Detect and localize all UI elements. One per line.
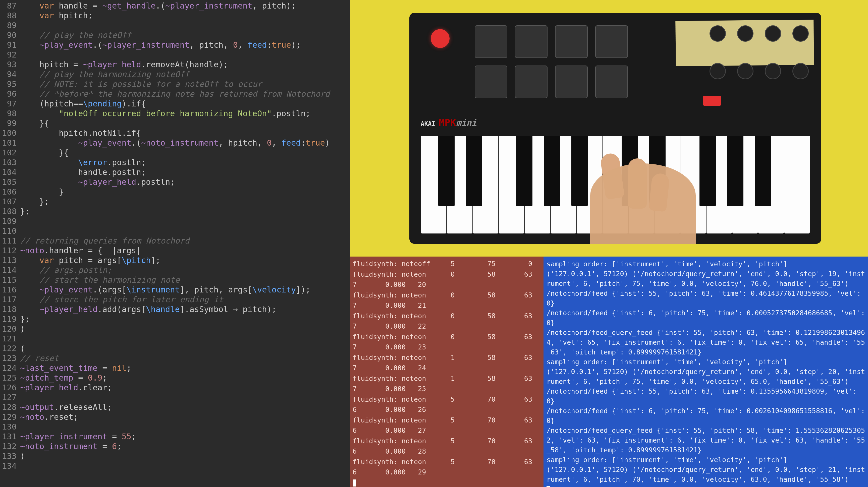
code-content[interactable]: // play the harmonizing noteOff	[20, 69, 189, 79]
code-line[interactable]: 99 }{	[0, 119, 350, 128]
terminal-line: ('127.0.0.1', 57120) ('/notochord/query_…	[547, 367, 865, 386]
code-content[interactable]: ~player_held.postln;	[20, 177, 175, 187]
code-content[interactable]: ~noto_instrument = 6;	[20, 442, 122, 451]
code-content[interactable]: ~player_held.clear;	[20, 383, 112, 393]
code-line[interactable]: 98 "noteOff occurred before harmonizing …	[0, 109, 350, 119]
code-line[interactable]: 117 // store the pitch for later ending …	[0, 295, 350, 304]
code-line[interactable]: 92	[0, 50, 350, 60]
code-content[interactable]: // start the harmonizing note	[20, 275, 180, 285]
code-content[interactable]: )	[20, 324, 25, 334]
code-content[interactable]: handle.postln;	[20, 167, 146, 177]
code-content[interactable]: ~output.releaseAll;	[20, 402, 112, 412]
code-content[interactable]: ~play_event.(~player_instrument, pitch, …	[20, 40, 301, 50]
line-number: 117	[0, 295, 20, 304]
code-line[interactable]: 121	[0, 334, 350, 344]
line-number: 128	[0, 402, 20, 412]
code-content[interactable]: // reset	[20, 353, 59, 363]
code-line[interactable]: 106 }	[0, 187, 350, 197]
code-line[interactable]: 109	[0, 217, 350, 226]
code-line[interactable]: 130	[0, 422, 350, 432]
code-line[interactable]: 90 // play the noteOff	[0, 30, 350, 40]
code-content[interactable]: // returning queries from Notochord	[20, 236, 189, 246]
code-line[interactable]: 123// reset	[0, 353, 350, 363]
code-content[interactable]: (	[20, 344, 25, 353]
code-content[interactable]: ~noto.handler = { |args|	[20, 246, 141, 256]
code-line[interactable]: 102 }{	[0, 148, 350, 158]
code-content[interactable]: // NOTE: it is possible for a noteOff to…	[20, 79, 262, 89]
code-line[interactable]: 132~noto_instrument = 6;	[0, 442, 350, 451]
code-line[interactable]: 88 var hpitch;	[0, 11, 350, 21]
code-line[interactable]: 122(	[0, 344, 350, 353]
code-line[interactable]: 134	[0, 461, 350, 471]
code-content[interactable]: ~player_instrument = 55;	[20, 432, 136, 442]
code-line[interactable]: 111// returning queries from Notochord	[0, 236, 350, 246]
code-content[interactable]: };	[20, 197, 49, 206]
code-line[interactable]: 96 // *before* the harmonizing note has …	[0, 89, 350, 99]
terminal-line: /notochord/feed_query_feed {'inst': 55, …	[547, 425, 865, 455]
code-content[interactable]: ~last_event_time = nil;	[20, 363, 131, 373]
knob	[793, 63, 809, 79]
code-line[interactable]: 118 ~player_held.add(args[\handle].asSym…	[0, 304, 350, 314]
code-line[interactable]: 105 ~player_held.postln;	[0, 177, 350, 187]
terminal-notochord[interactable]: sampling order: ['instrument', 'time', '…	[544, 257, 868, 487]
code-content[interactable]: }	[20, 187, 64, 197]
line-number: 96	[0, 89, 20, 99]
code-line[interactable]: 113 var pitch = args[\pitch];	[0, 256, 350, 265]
code-content[interactable]: \error.postln;	[20, 158, 146, 167]
code-line[interactable]: 126~player_held.clear;	[0, 383, 350, 393]
code-content[interactable]: ~pitch_temp = 0.9;	[20, 373, 107, 383]
code-line[interactable]: 104 handle.postln;	[0, 167, 350, 177]
code-line[interactable]: 119};	[0, 314, 350, 324]
code-line[interactable]: 129~noto.reset;	[0, 412, 350, 422]
code-line[interactable]: 108};	[0, 206, 350, 217]
code-content[interactable]: hpitch.notNil.if{	[20, 128, 141, 138]
code-content[interactable]: // play the noteOff	[20, 30, 131, 40]
code-line[interactable]: 101 ~play_event.(~noto_instrument, hpitc…	[0, 138, 350, 148]
code-content[interactable]: // args.postln;	[20, 265, 112, 275]
code-content[interactable]: // *before* the harmonizing note has ret…	[20, 89, 330, 99]
code-content[interactable]: )	[20, 451, 25, 461]
code-content[interactable]: ~player_held.add(args[\handle].asSymbol …	[20, 304, 277, 314]
code-line[interactable]: 115 // start the harmonizing note	[0, 275, 350, 285]
code-content[interactable]: var hpitch;	[20, 11, 93, 21]
code-content[interactable]: var pitch = args[\pitch];	[20, 256, 160, 265]
brand: AKAI	[421, 120, 435, 127]
code-line[interactable]: 87 var handle = ~get_handle.(~player_ins…	[0, 1, 350, 11]
code-content[interactable]: }{	[20, 119, 49, 128]
code-editor[interactable]: 87 var handle = ~get_handle.(~player_ins…	[0, 0, 350, 487]
code-line[interactable]: 107 };	[0, 197, 350, 206]
code-content[interactable]: var handle = ~get_handle.(~player_instru…	[20, 1, 296, 11]
terminal-fluidsynth[interactable]: fluidsynth: noteoff 5 75 0 fluidsynth: n…	[350, 257, 544, 487]
code-line[interactable]: 112~noto.handler = { |args|	[0, 246, 350, 256]
code-content[interactable]: };	[20, 206, 30, 217]
code-content[interactable]: (hpitch==\pending).if{	[20, 99, 146, 109]
pad	[515, 25, 548, 58]
code-line[interactable]: 133)	[0, 451, 350, 461]
code-line[interactable]: 94 // play the harmonizing noteOff	[0, 69, 350, 79]
code-line[interactable]: 100 hpitch.notNil.if{	[0, 128, 350, 138]
code-content[interactable]: hpitch = ~player_held.removeAt(handle);	[20, 60, 228, 69]
code-line[interactable]: 91 ~play_event.(~player_instrument, pitc…	[0, 40, 350, 50]
code-content[interactable]: };	[20, 314, 30, 324]
code-line[interactable]: 128~output.releaseAll;	[0, 402, 350, 412]
code-line[interactable]: 120)	[0, 324, 350, 334]
code-line[interactable]: 127	[0, 393, 350, 402]
code-line[interactable]: 116 ~play_event.(args[\instrument], pitc…	[0, 285, 350, 295]
code-line[interactable]: 103 \error.postln;	[0, 158, 350, 167]
code-line[interactable]: 95 // NOTE: it is possible for a noteOff…	[0, 79, 350, 89]
code-content[interactable]: }{	[20, 148, 68, 158]
code-line[interactable]: 125~pitch_temp = 0.9;	[0, 373, 350, 383]
code-content[interactable]: "noteOff occurred before harmonizing Not…	[20, 109, 310, 119]
code-content[interactable]: // store the pitch for later ending it	[20, 295, 223, 304]
line-number: 105	[0, 177, 20, 187]
code-line[interactable]: 131~player_instrument = 55;	[0, 432, 350, 442]
code-content[interactable]: ~noto.reset;	[20, 412, 78, 422]
code-line[interactable]: 114 // args.postln;	[0, 265, 350, 275]
code-line[interactable]: 110	[0, 226, 350, 236]
code-content[interactable]: ~play_event.(~noto_instrument, hpitch, 0…	[20, 138, 330, 148]
code-line[interactable]: 93 hpitch = ~player_held.removeAt(handle…	[0, 60, 350, 69]
code-content[interactable]: ~play_event.(args[\instrument], pitch, a…	[20, 285, 310, 295]
code-line[interactable]: 124~last_event_time = nil;	[0, 363, 350, 373]
code-line[interactable]: 89	[0, 21, 350, 30]
code-line[interactable]: 97 (hpitch==\pending).if{	[0, 99, 350, 109]
